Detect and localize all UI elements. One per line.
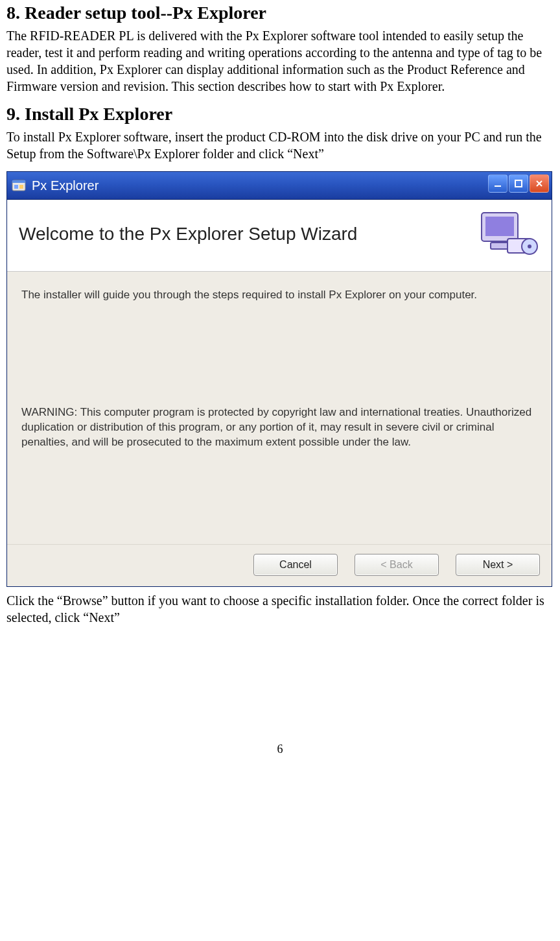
svg-point-11 (528, 244, 531, 248)
wizard-intro-text: The installer will guide you through the… (21, 289, 537, 302)
installer-window: Px Explorer Welcome to the Px Explorer S… (6, 171, 552, 587)
titlebar[interactable]: Px Explorer (7, 172, 552, 200)
page-number: 6 (6, 743, 554, 756)
wizard-body: The installer will guide you through the… (7, 272, 552, 544)
maximize-button[interactable] (509, 174, 528, 193)
next-button[interactable]: Next > (456, 554, 540, 576)
svg-rect-7 (485, 217, 514, 236)
wizard-banner: Welcome to the Px Explorer Setup Wizard (7, 200, 552, 272)
section-9-heading: 9. Install Px Explorer (6, 104, 554, 125)
svg-rect-3 (19, 185, 23, 189)
minimize-button[interactable] (488, 174, 508, 193)
back-button: < Back (355, 554, 439, 576)
svg-rect-1 (12, 180, 25, 183)
svg-rect-2 (14, 185, 18, 189)
wizard-banner-title: Welcome to the Px Explorer Setup Wizard (19, 224, 357, 244)
section-9-body: To install Px Explorer software, insert … (6, 128, 554, 162)
wizard-banner-art-icon (478, 209, 540, 259)
svg-rect-5 (515, 180, 522, 187)
wizard-button-row: Cancel < Back Next > (7, 544, 552, 586)
svg-rect-8 (491, 243, 509, 249)
section-8-heading: 8. Reader setup tool--Px Explorer (6, 3, 554, 23)
document-page: 8. Reader setup tool--Px Explorer The RF… (0, 3, 560, 782)
after-image-text: Click the “Browse” button if you want to… (6, 592, 554, 626)
title-controls (488, 174, 549, 193)
cancel-button[interactable]: Cancel (253, 554, 338, 576)
svg-rect-4 (495, 185, 501, 187)
titlebar-title: Px Explorer (32, 178, 99, 193)
installer-app-icon (11, 178, 27, 193)
section-8-body: The RFID-READER PL is delivered with the… (6, 27, 554, 95)
wizard-warning-text: WARNING: This computer program is protec… (21, 405, 537, 450)
close-button[interactable] (530, 174, 549, 193)
